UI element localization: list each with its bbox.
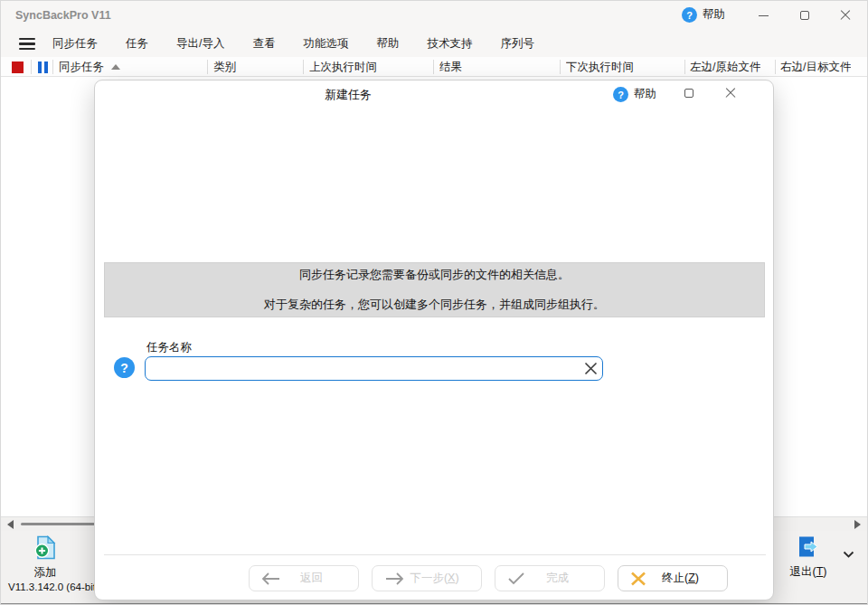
- dialog-title: 新建任务: [95, 87, 601, 103]
- field-help-icon[interactable]: ?: [114, 357, 135, 378]
- dialog-close-button[interactable]: [721, 84, 741, 102]
- titlebar: SyncBackPro V11 ? 帮助: [1, 1, 867, 31]
- column-header-destination[interactable]: 右边/目标文件: [780, 60, 851, 75]
- menu-serial[interactable]: 序列号: [500, 36, 534, 52]
- minimize-button[interactable]: [753, 6, 773, 24]
- task-list-header: 同步任务 类别 上次执行时间 结果 下次执行时间 左边/原始文件 右边/目标文件: [1, 57, 867, 77]
- menu-export-import[interactable]: 导出/导入: [176, 36, 224, 52]
- abort-button[interactable]: 终止(Z): [618, 565, 728, 591]
- app-window: SyncBackPro V11 ? 帮助 同步任务 任务 导出/导入 查看 功能…: [0, 0, 868, 605]
- window-bottom-edge: [1, 603, 867, 605]
- task-name-label: 任务名称: [146, 340, 192, 355]
- column-header-source[interactable]: 左边/原始文件: [690, 60, 760, 75]
- clear-input-button[interactable]: [579, 357, 602, 380]
- finish-button[interactable]: 完成: [495, 565, 605, 591]
- exit-dropdown-chevron-icon[interactable]: [843, 546, 854, 562]
- column-header-profile[interactable]: 同步任务: [59, 60, 120, 75]
- minimize-icon: [759, 15, 769, 16]
- titlebar-help-button[interactable]: ? 帮助: [682, 7, 725, 23]
- maximize-icon: [684, 89, 693, 98]
- check-icon: [507, 572, 529, 585]
- task-name-input-wrap: [145, 356, 603, 381]
- add-task-button[interactable]: 添加: [23, 535, 68, 581]
- maximize-button[interactable]: [795, 6, 815, 24]
- add-task-label: 添加: [23, 565, 68, 581]
- help-icon: ?: [682, 7, 697, 23]
- hamburger-menu-icon[interactable]: [19, 38, 35, 50]
- next-button[interactable]: 下一步(X): [372, 565, 482, 591]
- pause-icon[interactable]: [38, 61, 48, 73]
- menubar: 同步任务 任务 导出/导入 查看 功能选项 帮助 技术支持 序列号: [1, 31, 867, 57]
- close-button[interactable]: [835, 6, 855, 24]
- info-line-1: 同步任务记录您需要备份或同步的文件的相关信息。: [105, 267, 764, 283]
- menu-view[interactable]: 查看: [252, 36, 275, 52]
- new-task-dialog: 新建任务 ? 帮助 同步任务记录您需要备份或同步的文件的相关信息。 对于复杂的任…: [94, 80, 774, 600]
- exit-label: 退出(T): [781, 564, 835, 580]
- maximize-icon: [800, 11, 809, 20]
- version-text: V11.3.142.0 (64-bit): [8, 581, 99, 592]
- add-document-icon: [33, 535, 57, 560]
- arrow-left-icon: [261, 572, 283, 585]
- sort-ascending-icon: [111, 64, 120, 70]
- abort-x-icon: [630, 572, 652, 586]
- exit-button[interactable]: 退出(T): [781, 535, 835, 580]
- menu-task[interactable]: 任务: [126, 36, 148, 52]
- scroll-left-icon[interactable]: [7, 520, 14, 529]
- titlebar-help-label: 帮助: [703, 7, 725, 23]
- back-button[interactable]: 返回: [249, 565, 359, 591]
- menu-options[interactable]: 功能选项: [303, 36, 348, 52]
- close-icon: [725, 88, 736, 99]
- stop-icon[interactable]: [12, 61, 24, 73]
- column-header-type[interactable]: 类别: [213, 60, 236, 75]
- info-line-2: 对于复杂的任务，您可以创建多个同步任务，并组成同步组执行。: [105, 297, 764, 313]
- exit-door-icon: [797, 535, 819, 559]
- menu-help[interactable]: 帮助: [376, 36, 399, 52]
- scroll-right-icon[interactable]: [854, 520, 861, 529]
- column-header-next-run[interactable]: 下次执行时间: [566, 60, 634, 75]
- menu-sync-tasks[interactable]: 同步任务: [52, 36, 98, 52]
- dialog-separator: [104, 554, 766, 555]
- column-header-result[interactable]: 结果: [439, 60, 462, 75]
- dialog-help-label: 帮助: [634, 87, 656, 102]
- help-icon: ?: [613, 87, 628, 102]
- wizard-button-row: 返回 下一步(X) 完成 终止(Z): [95, 565, 775, 592]
- dialog-maximize-button[interactable]: [679, 84, 699, 102]
- clear-x-icon: [584, 362, 598, 375]
- info-box: 同步任务记录您需要备份或同步的文件的相关信息。 对于复杂的任务，您可以创建多个同…: [104, 262, 765, 317]
- column-header-last-run[interactable]: 上次执行时间: [309, 60, 377, 75]
- dialog-help-button[interactable]: ? 帮助: [613, 87, 656, 102]
- task-name-input[interactable]: [146, 357, 579, 380]
- arrow-right-icon: [384, 572, 406, 585]
- app-title: SyncBackPro V11: [15, 9, 111, 22]
- close-icon: [840, 10, 851, 21]
- menu-support[interactable]: 技术支持: [427, 36, 472, 52]
